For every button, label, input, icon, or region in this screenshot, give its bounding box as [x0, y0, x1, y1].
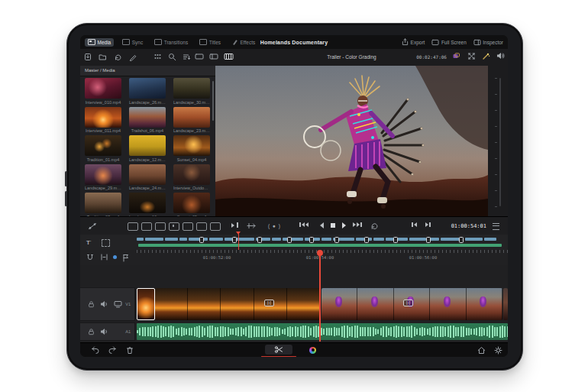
media-thumbnail[interactable] [173, 107, 210, 128]
fast-forward-button[interactable] [353, 222, 362, 227]
breadcrumb[interactable]: Master / Media [80, 66, 215, 76]
media-clip[interactable]: Sunset_04.mp4 [173, 135, 210, 162]
lock-icon[interactable] [88, 328, 95, 335]
search-icon[interactable] [168, 53, 176, 61]
trim-out-tool[interactable] [141, 222, 152, 231]
media-clip[interactable]: Landscape_26.mp4 [129, 78, 166, 105]
audio-waveform[interactable] [137, 323, 508, 340]
slip-tool[interactable] [169, 222, 179, 231]
view-small-icon[interactable] [195, 53, 204, 60]
volume-up-button[interactable] [65, 171, 67, 186]
media-thumbnail[interactable] [85, 107, 121, 128]
media-clip[interactable]: Interview_011.mp4 [85, 107, 121, 134]
undo-button[interactable] [91, 346, 100, 354]
media-thumbnail[interactable] [173, 164, 210, 185]
mute-speaker-icon[interactable] [100, 300, 108, 308]
fullscreen-button[interactable]: Full Screen [431, 39, 466, 46]
loop-button[interactable] [370, 222, 379, 230]
media-clip[interactable]: Sunset_05.mp4 [173, 193, 210, 216]
audio-track-header[interactable]: A1 [80, 322, 135, 341]
edit-pen-icon[interactable] [129, 53, 137, 61]
media-thumbnail[interactable] [85, 135, 121, 156]
transform-icon[interactable] [467, 52, 476, 60]
volume-slider[interactable] [499, 78, 501, 206]
media-thumbnail[interactable] [129, 78, 166, 99]
volume-down-button[interactable] [65, 191, 67, 206]
skip-to-start-button[interactable] [299, 222, 309, 227]
video-monitor-icon[interactable] [114, 300, 122, 308]
media-thumbnail[interactable] [85, 78, 121, 99]
media-clip[interactable]: Landscape_13.mp4 [129, 193, 166, 216]
tab-transitions[interactable]: Transitions [151, 38, 191, 47]
settings-gear-button[interactable] [494, 346, 502, 355]
delete-trash-button[interactable] [126, 346, 134, 355]
flag-icon[interactable] [122, 254, 129, 262]
media-thumbnail[interactable] [129, 107, 166, 128]
lock-icon[interactable] [88, 300, 95, 308]
video-track-header[interactable]: V1 [80, 287, 135, 321]
previous-edit-button[interactable] [412, 222, 417, 227]
slide-tool[interactable] [183, 222, 193, 231]
media-thumbnail[interactable] [129, 193, 166, 213]
minimap-playhead[interactable] [238, 234, 239, 250]
fast-review-icon[interactable] [247, 222, 257, 229]
tab-media[interactable]: Media [85, 38, 114, 47]
media-clip[interactable]: Landscape_24.mp4 [129, 164, 166, 191]
media-scrollbar[interactable] [212, 81, 214, 121]
tab-sync[interactable]: Sync [119, 38, 146, 47]
media-clip[interactable]: Tradition_01.mp4 [85, 135, 121, 162]
lut-icon[interactable] [452, 52, 460, 60]
media-clip[interactable]: Landscape_12.mp4 [129, 135, 166, 162]
media-thumbnail[interactable] [129, 164, 166, 185]
play-button[interactable] [342, 222, 346, 229]
sort-icon[interactable] [183, 53, 191, 61]
trim-in-tool[interactable] [128, 222, 138, 231]
media-thumbnail[interactable] [173, 135, 210, 156]
timeline-clip-selected[interactable] [137, 288, 155, 320]
razor-tool[interactable] [210, 222, 221, 231]
media-thumbnail[interactable] [173, 193, 210, 213]
home-button[interactable] [477, 346, 486, 355]
timeline-minimap[interactable] [137, 237, 503, 248]
next-edit-button[interactable] [425, 222, 431, 227]
playhead-line[interactable] [319, 251, 321, 342]
import-media-icon[interactable] [84, 53, 92, 61]
play-around-icon[interactable] [231, 222, 238, 228]
redo-button[interactable] [108, 346, 117, 354]
snap-magnet-icon[interactable] [86, 254, 94, 262]
media-clip[interactable]: Tradition_07.mp4 [85, 193, 121, 216]
import-folder-icon[interactable] [99, 53, 107, 61]
stop-button[interactable] [331, 223, 335, 228]
timeline-ruler[interactable]: 01:00:52:00 01:00:54:00 01:00:56:00 [80, 250, 508, 266]
color-page-button[interactable] [309, 347, 316, 354]
speaker-icon[interactable] [100, 328, 108, 335]
media-clip[interactable]: Landscape_23.mp4 [173, 107, 210, 134]
timeline-options-menu[interactable] [493, 223, 499, 230]
media-thumbnail[interactable] [173, 78, 210, 99]
timeline-clip-sunset[interactable] [155, 288, 320, 320]
range-marker-icon[interactable] [100, 254, 108, 261]
timeline-clip-sliver[interactable] [503, 288, 508, 320]
roll-tool[interactable] [155, 222, 166, 231]
link-clips-icon[interactable] [113, 255, 117, 259]
export-button[interactable]: Export [402, 38, 425, 46]
viewer-speaker-icon[interactable] [496, 52, 505, 60]
extend-tool[interactable] [196, 222, 207, 231]
media-clip[interactable]: Trailshot_06.mp4 [129, 107, 166, 134]
cut-page-button[interactable] [265, 345, 292, 355]
media-thumbnail[interactable] [85, 164, 121, 185]
viewer-panel[interactable] [215, 66, 488, 216]
inspector-button[interactable]: Inspector [473, 39, 503, 46]
playhead-pin[interactable] [317, 250, 323, 256]
media-clip[interactable]: Landscape_29.mp4 [85, 164, 121, 191]
media-thumbnail[interactable] [85, 193, 121, 213]
record-button[interactable]: ( ● ) [268, 223, 281, 228]
media-thumbnail[interactable] [129, 135, 166, 156]
media-clip[interactable]: Interview_010.mp4 [85, 78, 121, 105]
magic-wand-icon[interactable] [482, 52, 490, 60]
sync-clips-icon[interactable] [114, 53, 122, 61]
box-select-icon[interactable] [102, 239, 110, 247]
keyframe-tool-icon[interactable] [88, 222, 97, 230]
media-clip[interactable]: Interview_Outdoor.mp4 [173, 164, 210, 191]
media-clip[interactable]: Landscape_30.mp4 [173, 78, 210, 105]
